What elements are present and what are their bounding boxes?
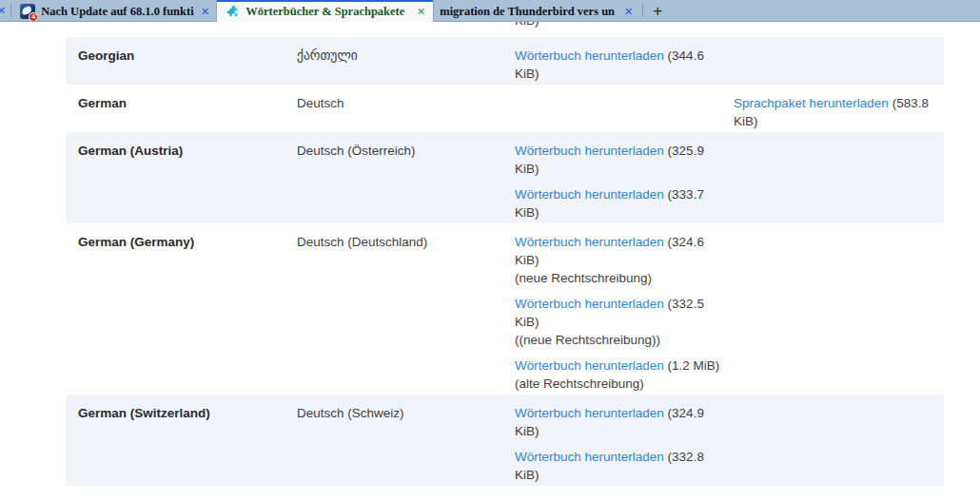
table-row: German (Austria)Deutsch (Österreich)Wört… (66, 132, 944, 223)
tab-nach-update[interactable]: 4 Nach Update auf 68.1.0 funktior ✕ (13, 0, 217, 21)
page-content: KiB) GeorgianქართულიWörterbuch herunterl… (0, 22, 980, 500)
download-entry: Wörterbuch herunterladen (332.8 KiB) (515, 448, 722, 484)
langpack-download-link[interactable]: Sprachpaket herunterladen (734, 96, 889, 110)
tab-title: Nach Update auf 68.1.0 funktior (41, 5, 194, 19)
download-entry: Wörterbuch herunterladen (344.6 KiB) (515, 47, 722, 83)
table-row: GeorgianქართულიWörterbuch herunterladen … (66, 37, 944, 85)
dictionary-download-link[interactable]: Wörterbuch herunterladen (515, 358, 664, 373)
language-name: German (78, 96, 127, 110)
new-tab-button[interactable]: + (645, 3, 670, 19)
dictionary-download-link[interactable]: Wörterbuch herunterladen (515, 144, 664, 158)
download-entry: Wörterbuch herunterladen (325.9 KiB) (515, 142, 722, 178)
download-note: (neue Rechtschreibung) (515, 269, 722, 287)
download-entry: Wörterbuch herunterladen (324.9 KiB) (515, 404, 722, 440)
table-row: GermanDeutschSprachpaket herunterladen (… (66, 85, 944, 132)
tab-woerterbuecher-active[interactable]: Wörterbücher & Sprachpakete ✕ (217, 0, 433, 21)
download-note: (alte Rechtschreibung) (515, 375, 722, 393)
tab-migration[interactable]: migration de Thunderbird vers un n ✕ (433, 0, 640, 21)
dictionary-download-link[interactable]: Wörterbuch herunterladen (515, 187, 664, 202)
download-entry: Sprachpaket herunterladen (583.8 KiB) (734, 94, 944, 130)
puzzle-piece-icon (224, 4, 240, 20)
download-entry: Wörterbuch herunterladen (1.2 MiB)(alte … (515, 356, 722, 393)
dictionary-download-link[interactable]: Wörterbuch herunterladen (515, 406, 664, 420)
native-name: ქართული (297, 48, 358, 63)
browser-window: ✕ 4 Nach Update auf 68.1.0 funktior ✕ Wö… (0, 0, 980, 500)
overflow-tab-close-icon[interactable]: ✕ (0, 5, 9, 17)
language-name: German (Germany) (78, 235, 194, 249)
table-row: German (Germany)Deutsch (Deutschland)Wör… (66, 223, 944, 395)
tab-bar: ✕ 4 Nach Update auf 68.1.0 funktior ✕ Wö… (0, 0, 980, 22)
language-packs-table: KiB) GeorgianქართულიWörterbuch herunterl… (66, 22, 944, 486)
tab-title: migration de Thunderbird vers un n (440, 5, 617, 19)
dictionary-download-link[interactable]: Wörterbuch herunterladen (515, 450, 664, 464)
tab-title: Wörterbücher & Sprachpakete (245, 5, 410, 19)
tab-separator (10, 4, 11, 17)
dictionary-download-link[interactable]: Wörterbuch herunterladen (515, 48, 664, 63)
native-name: Deutsch (Deutschland) (297, 235, 427, 249)
download-note: ((neue Rechtschreibung)) (515, 331, 722, 349)
tab-close-icon[interactable]: ✕ (416, 6, 426, 18)
native-name: Deutsch (Schweiz) (297, 406, 404, 420)
dictionary-download-link[interactable]: Wörterbuch herunterladen (515, 297, 664, 311)
file-size: (1.2 MiB) (668, 358, 720, 373)
file-size: KiB) (515, 22, 539, 29)
dictionary-download-link[interactable]: Wörterbuch herunterladen (515, 235, 664, 249)
download-entry: Wörterbuch herunterladen (332.5 KiB)((ne… (515, 295, 722, 349)
thunderbird-favicon-icon: 4 (20, 4, 35, 19)
tab-close-icon[interactable]: ✕ (200, 6, 210, 18)
table-row: German (Switzerland)Deutsch (Schweiz)Wör… (66, 395, 944, 486)
download-entry: Wörterbuch herunterladen (333.7 KiB) (515, 185, 722, 222)
tab-close-icon[interactable]: ✕ (623, 6, 634, 18)
notification-badge: 4 (29, 12, 38, 21)
table-row-partial: KiB) (66, 22, 944, 37)
native-name: Deutsch (297, 96, 344, 110)
language-name: German (Switzerland) (78, 406, 210, 420)
download-entry: Wörterbuch herunterladen (324.6 KiB)(neu… (515, 233, 722, 287)
tab-separator (642, 4, 643, 17)
native-name: Deutsch (Österreich) (297, 144, 416, 158)
language-name: German (Austria) (78, 144, 183, 158)
language-name: Georgian (78, 48, 134, 63)
